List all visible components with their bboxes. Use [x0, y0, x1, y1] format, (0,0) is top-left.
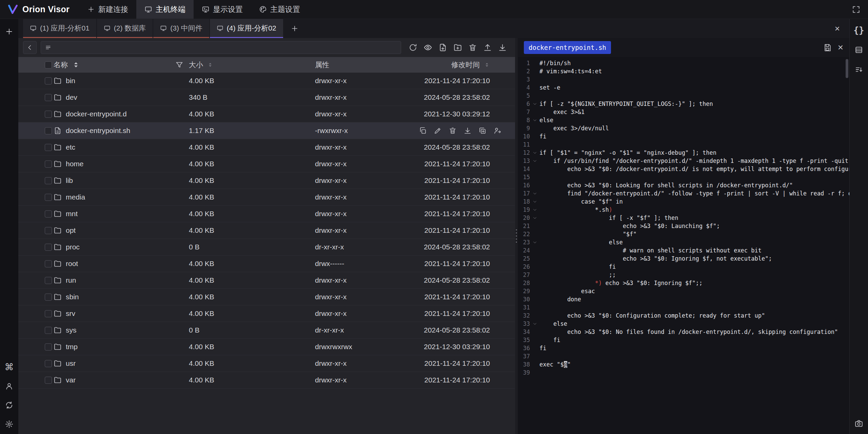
- delete-icon[interactable]: [449, 127, 457, 135]
- download-icon[interactable]: [463, 127, 472, 135]
- folder-icon: [54, 326, 62, 334]
- file-row[interactable]: docker-entrypoint.sh1.17 KB-rwxrwxr-x: [18, 122, 515, 139]
- copy-path-icon[interactable]: [478, 127, 487, 135]
- file-row[interactable]: sys0 Bdr-xr-xr-x2024-05-28 23:58:02: [18, 322, 515, 339]
- fold-chevron-icon[interactable]: [530, 116, 539, 124]
- row-checkbox[interactable]: [45, 277, 52, 284]
- sync-icon[interactable]: [5, 401, 14, 410]
- row-checkbox[interactable]: [45, 260, 52, 267]
- row-checkbox[interactable]: [45, 77, 52, 84]
- row-checkbox[interactable]: [45, 310, 52, 317]
- file-row[interactable]: tmp4.00 KBdrwxrwxrwx2021-12-30 03:29:10: [18, 339, 515, 355]
- sort-name-icon[interactable]: [72, 61, 80, 69]
- filter-icon[interactable]: [175, 61, 183, 69]
- edit-icon[interactable]: [434, 127, 442, 135]
- fold-chevron-icon[interactable]: [530, 197, 539, 206]
- row-checkbox[interactable]: [45, 244, 52, 251]
- download-icon[interactable]: [498, 43, 507, 52]
- permission-icon[interactable]: [493, 127, 501, 135]
- close-editor-icon[interactable]: ×: [838, 43, 843, 52]
- file-mtime: 2024-05-28 23:58:02: [417, 276, 515, 284]
- fold-gutter: [530, 124, 539, 132]
- row-checkbox[interactable]: [45, 161, 52, 168]
- row-checkbox[interactable]: [45, 94, 52, 101]
- brand[interactable]: Orion Visor: [0, 0, 79, 19]
- file-row[interactable]: var4.00 KBdrwxr-xr-x2021-11-24 17:20:10: [18, 372, 515, 389]
- sort-mtime-icon[interactable]: [484, 62, 490, 68]
- row-checkbox[interactable]: [45, 144, 52, 151]
- fold-chevron-icon[interactable]: [530, 157, 539, 165]
- fold-chevron-icon[interactable]: [530, 238, 539, 246]
- file-row[interactable]: media4.00 KBdrwxr-xr-x2021-11-24 17:20:1…: [18, 189, 515, 206]
- terminal-tab-2[interactable]: (2) 数据库: [97, 19, 153, 38]
- row-checkbox[interactable]: [45, 210, 52, 218]
- row-checkbox[interactable]: [45, 360, 52, 367]
- fold-chevron-icon[interactable]: [530, 206, 539, 214]
- fold-chevron-icon[interactable]: [530, 189, 539, 197]
- sort-lines-icon[interactable]: [854, 65, 863, 74]
- editor-scrollbar[interactable]: [846, 59, 848, 78]
- new-folder-icon[interactable]: [453, 43, 462, 52]
- row-checkbox[interactable]: [45, 227, 52, 234]
- sort-size-icon[interactable]: [207, 62, 213, 68]
- file-row[interactable]: opt4.00 KBdrwxr-xr-x2021-11-24 17:20:10: [18, 222, 515, 239]
- fold-chevron-icon[interactable]: [530, 214, 539, 222]
- save-icon[interactable]: [823, 43, 832, 52]
- terminal-tab-4[interactable]: (4) 应用-分析02: [210, 19, 283, 38]
- close-tabs-icon[interactable]: ×: [825, 19, 849, 38]
- braces-format-icon[interactable]: {}: [853, 26, 864, 35]
- copy-icon[interactable]: [419, 127, 427, 135]
- file-row[interactable]: run4.00 KBdrwxr-xr-x2024-05-28 23:58:02: [18, 272, 515, 289]
- file-row[interactable]: bin4.00 KBdrwxr-xr-x2021-11-24 17:20:10: [18, 73, 515, 89]
- upload-icon[interactable]: [483, 43, 492, 52]
- row-checkbox[interactable]: [45, 327, 52, 334]
- fold-chevron-icon[interactable]: [530, 320, 539, 328]
- row-checkbox[interactable]: [45, 377, 52, 384]
- command-shortcuts-icon[interactable]: ⌘: [5, 362, 14, 372]
- settings-gear-icon[interactable]: [5, 420, 14, 429]
- menu-item-display-settings[interactable]: 显示设置: [194, 0, 251, 19]
- panel-splitter[interactable]: [515, 38, 518, 434]
- back-button[interactable]: [23, 41, 37, 54]
- file-editor-panel: docker-entrypoint.sh × 1#!/bin/sh2# vim:…: [518, 38, 849, 434]
- row-checkbox[interactable]: [45, 294, 52, 301]
- trash-icon[interactable]: [468, 43, 477, 52]
- panel-layout-icon[interactable]: [854, 45, 863, 54]
- row-checkbox[interactable]: [45, 127, 52, 134]
- row-checkbox[interactable]: [45, 343, 52, 351]
- path-input[interactable]: [41, 41, 401, 54]
- refresh-icon[interactable]: [409, 43, 417, 52]
- terminal-tab-1[interactable]: (1) 应用-分析01: [23, 19, 96, 38]
- file-row[interactable]: lib4.00 KBdrwxr-xr-x2021-11-24 17:20:10: [18, 172, 515, 189]
- screenshot-camera-icon[interactable]: [854, 419, 863, 428]
- file-row[interactable]: docker-entrypoint.d4.00 KBdrwxr-xr-x2021…: [18, 106, 515, 122]
- row-checkbox[interactable]: [45, 194, 52, 201]
- code-editor[interactable]: 1#!/bin/sh2# vim:sw=4:ts=4:et34set -e56i…: [518, 57, 849, 434]
- new-tab-icon[interactable]: [284, 19, 305, 38]
- file-row[interactable]: home4.00 KBdrwxr-xr-x2021-11-24 17:20:10: [18, 156, 515, 172]
- file-row[interactable]: proc0 Bdr-xr-xr-x2024-05-28 23:58:02: [18, 239, 515, 256]
- row-checkbox[interactable]: [45, 177, 52, 184]
- file-row[interactable]: srv4.00 KBdrwxr-xr-x2021-11-24 17:20:10: [18, 305, 515, 322]
- editor-file-tab[interactable]: docker-entrypoint.sh: [524, 41, 611, 54]
- fullscreen-icon[interactable]: [852, 5, 861, 14]
- fold-chevron-icon[interactable]: [530, 100, 539, 108]
- show-hidden-eye-icon[interactable]: [423, 43, 432, 52]
- user-icon[interactable]: [5, 382, 14, 391]
- code-line: 28 *) echo >&3 "$0: Ignoring $f";;: [518, 279, 849, 287]
- file-row[interactable]: mnt4.00 KBdrwxr-xr-x2021-11-24 17:20:10: [18, 206, 515, 222]
- row-checkbox[interactable]: [45, 111, 52, 118]
- file-row[interactable]: sbin4.00 KBdrwxr-xr-x2021-11-24 17:20:10: [18, 289, 515, 305]
- file-row[interactable]: dev340 Bdrwxr-xr-x2024-05-28 23:58:02: [18, 89, 515, 106]
- add-icon[interactable]: [5, 27, 14, 36]
- menu-item-new-connection[interactable]: 新建连接: [79, 0, 136, 19]
- file-row[interactable]: root4.00 KBdrwx------2021-11-24 17:20:10: [18, 256, 515, 272]
- file-row[interactable]: usr4.00 KBdrwxr-xr-x2021-11-24 17:20:10: [18, 355, 515, 372]
- terminal-tab-3[interactable]: (3) 中间件: [153, 19, 209, 38]
- menu-item-theme-settings[interactable]: 主题设置: [251, 0, 308, 19]
- new-file-icon[interactable]: [438, 43, 447, 52]
- fold-chevron-icon[interactable]: [530, 149, 539, 157]
- menu-item-host-terminal[interactable]: 主机终端: [136, 0, 194, 19]
- select-all-checkbox[interactable]: [45, 61, 52, 69]
- file-row[interactable]: etc4.00 KBdrwxr-xr-x2024-05-28 23:58:02: [18, 139, 515, 156]
